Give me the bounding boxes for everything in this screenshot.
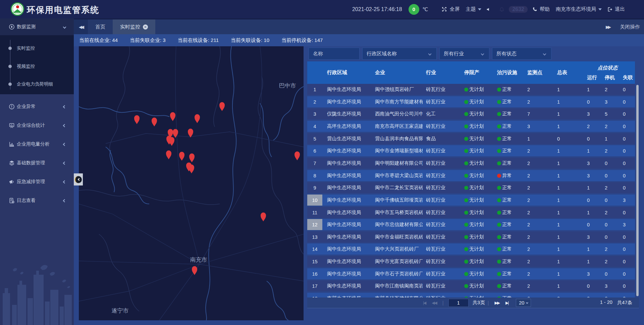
table-row[interactable]: 16阆中生态环境局阆中市石子页岩机砖厂砖瓦行业无计划正常21300 (307, 268, 635, 279)
map-pin-icon[interactable] (166, 151, 171, 160)
table-row[interactable]: 11阆中生态环境局阆中市五马桥页岩机砖砖瓦行业无计划正常21120 (307, 207, 635, 218)
map-pin-icon[interactable] (294, 152, 300, 161)
cell-region: 营山生态环境局 (327, 133, 372, 144)
tab-realtime-monitor[interactable]: 实时监控 ✕ (113, 19, 155, 34)
status-dot-green (497, 137, 501, 141)
cell-lost: 0 (623, 158, 635, 169)
cell-region: 高坪生态环境局 (327, 121, 372, 132)
map-pin-icon[interactable] (219, 102, 225, 111)
last-page-button[interactable]: ▶| (505, 301, 508, 305)
table-row[interactable]: 5营山生态环境局营山县润丰肉食品有限食品无计划正常10010 (307, 133, 635, 144)
help-button[interactable]: 帮助 (532, 6, 550, 12)
fullscreen-button[interactable]: 全屏 (441, 6, 460, 12)
cell-run: 0 (587, 293, 599, 297)
sidebar-item-1[interactable]: 企业异常 (0, 97, 74, 116)
map-pin-icon[interactable] (188, 129, 193, 138)
map-pin-icon[interactable] (195, 114, 200, 123)
map-pin-icon[interactable] (152, 118, 157, 127)
name-filter-input[interactable]: 名称 (309, 48, 360, 60)
cell-company: 营山县润丰肉食品有限 (375, 133, 423, 144)
sidebar-subitem-2[interactable]: 企业电力负荷明细 (0, 79, 74, 89)
status-filter-select[interactable]: 所有状态 (492, 48, 551, 60)
sidebar-item-6[interactable]: 日志查看 (0, 191, 74, 210)
industry-filter-select[interactable]: 所有行业 (439, 48, 489, 60)
sidebar-submenu: 实时监控视频监控企业电力负荷明细 (0, 35, 74, 94)
logout-button[interactable]: 退出 (607, 6, 625, 12)
map-pin-icon[interactable] (179, 152, 184, 161)
map-panel[interactable]: 巴中市南充市遂宁市 (79, 46, 304, 320)
table-row[interactable]: 15阆中生态环境局阆中市光富页岩机砖厂砖瓦行业无计划正常21120 (307, 256, 635, 267)
cell-region: 南部生态环境局 (327, 293, 372, 297)
status-dot-green (464, 284, 468, 288)
org-dropdown[interactable]: 南充市生态环境局 (556, 6, 602, 12)
cell-stop: 2 (605, 182, 617, 193)
sidebar-subitem-1[interactable]: 视频监控 (0, 61, 74, 71)
app-title: 环保用电监管系统 (27, 4, 99, 15)
close-icon[interactable]: ✕ (143, 24, 148, 30)
fullscreen-icon (441, 6, 447, 12)
table-row[interactable]: 1阆中生态环境局阆中强锐页岩砖厂砖瓦行业无计划正常21120 (307, 84, 635, 95)
cell-lost: 0 (623, 280, 635, 291)
tabs-collapse-button[interactable]: ◀◀ (74, 19, 88, 34)
cell-stop: 1 (605, 133, 617, 144)
region-filter-select[interactable]: 行政区域名称 (362, 48, 437, 60)
barchart-icon (9, 141, 15, 147)
map-pin-icon[interactable] (169, 137, 174, 146)
page-input[interactable]: 1 (448, 299, 469, 307)
sidebar-item-3[interactable]: 企业用电量分析 (0, 135, 74, 154)
map-pin-icon[interactable] (173, 129, 178, 138)
cell-run: 1 (587, 145, 599, 156)
prev-page-button[interactable]: ◀◀ (432, 301, 436, 305)
cell-run: 3 (587, 108, 599, 119)
map-pin-icon[interactable] (261, 213, 266, 222)
map-pin-icon[interactable] (189, 165, 194, 174)
table-row[interactable]: 13阆中生态环境局阆中市金福旺页岩机砖砖瓦行业无计划正常21300 (307, 231, 635, 242)
sidebar-group-data-monitor[interactable]: 数据监测 (0, 18, 74, 35)
chevron-left-icon (63, 124, 66, 127)
table-row[interactable]: 3仪陇生态环境局西南油气田分公司川中化工无计划正常71350 (307, 108, 635, 119)
table-row[interactable]: 12阆中生态环境局阆中市忠信建材有限公砖瓦行业无计划正常21003 (307, 219, 635, 230)
sidebar-item-4[interactable]: 基础数据管理 (0, 154, 74, 172)
cell-region: 仪陇生态环境局 (327, 108, 372, 119)
cell-lost: 0 (623, 108, 635, 119)
table-scrollbar[interactable] (636, 85, 639, 296)
notification-area[interactable]: 2632 (499, 6, 528, 13)
page-size-select[interactable]: 20 (516, 299, 531, 307)
table-row[interactable]: 8阆中生态环境局阆中市枣碧大梁山页岩砖瓦行业无计划异常21300 (307, 170, 635, 181)
cell-points: 6 (527, 293, 553, 297)
cell-points: 2 (527, 158, 553, 169)
cell-index: 5 (307, 133, 322, 144)
cell-lost: 0 (623, 207, 635, 218)
map-collapse-button[interactable] (74, 173, 83, 185)
map-pin-icon[interactable] (170, 112, 175, 121)
status-dot-green (464, 100, 468, 104)
next-page-button[interactable]: ▶▶ (494, 301, 499, 305)
first-page-button[interactable]: |◀ (423, 301, 426, 305)
table-row[interactable]: 4高坪生态环境局南充市高坪区王家店建砖瓦行业无计划正常31220 (307, 121, 635, 132)
table-row[interactable]: 7阆中生态环境局阆中明阳建材有限公司砖瓦行业无计划正常21300 (307, 158, 635, 169)
col-header-stopped: 停机 (605, 72, 615, 83)
table-row[interactable]: 10阆中生态环境局阆中千佛镇五郎垭页岩砖瓦行业无计划正常21003 (307, 195, 635, 206)
table-row[interactable]: 14阆中生态环境局阆中大兴页岩机砖厂砖瓦行业无计划正常21120 (307, 243, 635, 255)
table-row[interactable]: 17阆中生态环境局阆中市江南镇阆南页岩砖瓦行业无计划正常21030 (307, 280, 635, 291)
map-pin-icon[interactable] (189, 154, 195, 163)
status-dot-green (497, 112, 501, 116)
sidebar-item-5[interactable]: 应急减排管理 (0, 172, 74, 191)
close-operations-button[interactable]: 关闭操作 (620, 24, 640, 30)
cell-plan: 无计划 (464, 96, 492, 107)
table-row[interactable]: 18南部生态环境局南部县砖瓦建材有限公砖瓦行业无计划正常60060 (307, 293, 635, 297)
theme-dropdown[interactable]: 主题 (466, 6, 481, 12)
tabs-forward-button[interactable]: ▶▶ (606, 24, 610, 30)
cell-index: 1 (307, 84, 322, 95)
table-row[interactable]: 9阆中生态环境局阆中市二龙长宝页岩砖砖瓦行业无计划正常21120 (307, 182, 635, 193)
cell-company: 阆中市金博瑞新型墙材 (375, 145, 423, 156)
cell-meters: 1 (557, 207, 580, 218)
cell-company: 阆中市光富页岩机砖厂 (375, 256, 423, 267)
tab-home[interactable]: 首页 (88, 19, 113, 34)
table-row[interactable]: 6阆中生态环境局阆中市金博瑞新型墙材砖瓦行业无计划正常21120 (307, 145, 635, 156)
sidebar-subitem-0[interactable]: 实时监控 (0, 43, 74, 53)
sidebar-item-2[interactable]: 企业综合统计 (0, 116, 74, 135)
map-pin-icon[interactable] (134, 115, 140, 124)
mute-button[interactable] (486, 7, 493, 12)
table-row[interactable]: 2阆中生态环境局阆中市南方节能建材有砖瓦行业无计划正常21030 (307, 96, 635, 107)
